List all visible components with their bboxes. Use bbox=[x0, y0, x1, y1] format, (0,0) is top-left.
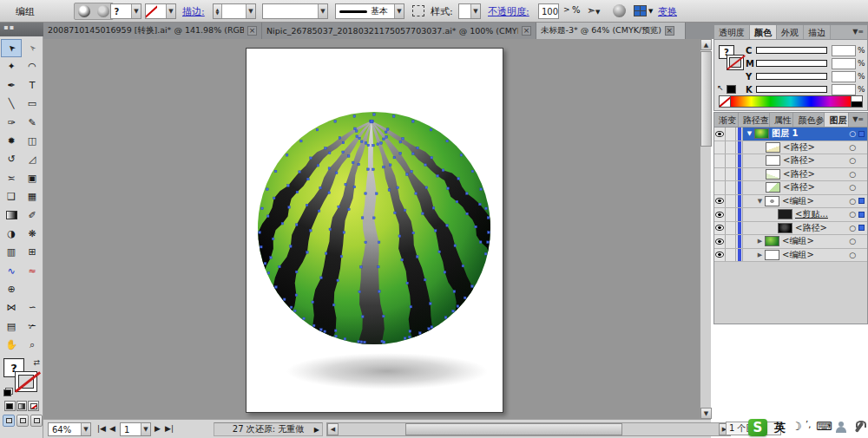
visibility-toggle[interactable] bbox=[714, 222, 726, 235]
layer-row[interactable]: <路径>○ bbox=[714, 141, 867, 155]
default-swatches-icon[interactable] bbox=[3, 389, 11, 396]
vertical-scrollbar[interactable]: ▲ ▼ bbox=[700, 39, 711, 419]
panel-tab-属性[interactable]: 属性 bbox=[770, 113, 794, 127]
spectrum-gradient[interactable] bbox=[731, 96, 851, 107]
scroll-down-icon[interactable]: ▼ bbox=[700, 408, 712, 419]
column-graph-tool[interactable]: ▥ bbox=[1, 243, 22, 261]
layer-row[interactable]: <路径>○ bbox=[714, 154, 867, 168]
target-circle-icon[interactable]: ○ bbox=[849, 251, 858, 259]
normal-screen-mode-button[interactable] bbox=[3, 415, 15, 427]
lock-toggle[interactable] bbox=[726, 208, 736, 221]
close-icon[interactable]: × bbox=[522, 26, 531, 36]
status-indicator[interactable]: 27 次还原: 无重做 ▶ bbox=[214, 422, 323, 436]
layer-row[interactable]: ▶<编组>○ bbox=[714, 249, 867, 263]
chevron-down-icon[interactable]: ▼ bbox=[131, 4, 141, 18]
panel-tab-颜色[interactable]: 颜色 bbox=[750, 25, 777, 39]
visibility-toggle[interactable] bbox=[714, 208, 726, 221]
artboard-tool[interactable]: ⊞ bbox=[22, 243, 43, 261]
pen-tool[interactable]: ✒ bbox=[1, 76, 22, 95]
recolor-artwork-icon[interactable] bbox=[412, 5, 424, 16]
opacity-link[interactable]: 不透明度: bbox=[488, 5, 529, 18]
expander-icon[interactable]: ▼ bbox=[755, 198, 765, 205]
stroke-weight-combo[interactable]: ▲▼ ▼ bbox=[213, 3, 256, 19]
opacity-stepper-icon[interactable]: > bbox=[563, 5, 570, 14]
palette-header[interactable]: ▪▪ bbox=[0, 23, 43, 36]
layer-row[interactable]: <路径>○ bbox=[714, 168, 867, 182]
lock-toggle[interactable] bbox=[726, 168, 736, 181]
layer-row[interactable]: ▼<编组>○ bbox=[714, 195, 867, 209]
chevron-down-icon[interactable]: ▼ bbox=[318, 4, 327, 18]
opacity-value-field[interactable]: 100 bbox=[538, 3, 559, 19]
target-circle-icon[interactable]: ○ bbox=[849, 143, 858, 152]
blend-tool[interactable]: ◑ bbox=[1, 225, 22, 243]
rectangle-tool[interactable]: ▭ bbox=[22, 95, 43, 113]
layer-row-main[interactable]: <路径>○ bbox=[743, 154, 867, 167]
direct-selection-tool[interactable]: ➢ bbox=[22, 39, 43, 57]
scale-tool[interactable]: ◿ bbox=[22, 150, 43, 168]
layer-row-main[interactable]: ▶<编组>○ bbox=[743, 235, 867, 248]
warp-tool[interactable]: ⋈ bbox=[1, 298, 22, 317]
expander-icon[interactable]: ▼ bbox=[745, 130, 754, 137]
target-circle-icon[interactable]: ○ bbox=[849, 237, 858, 245]
page-number-combo[interactable]: 1 ▼ bbox=[120, 422, 151, 436]
visibility-toggle[interactable] bbox=[714, 127, 726, 141]
visibility-toggle[interactable] bbox=[714, 195, 726, 208]
stroke-proxy-icon[interactable] bbox=[97, 5, 109, 17]
color-button[interactable] bbox=[4, 401, 16, 411]
free-transform-tool[interactable]: ▣ bbox=[22, 169, 43, 187]
chevron-down-icon[interactable]: ▼ bbox=[81, 423, 90, 435]
chevron-down-icon[interactable]: ▼ bbox=[648, 8, 653, 15]
visibility-toggle[interactable] bbox=[714, 154, 726, 167]
document-setup-icon[interactable] bbox=[613, 4, 626, 17]
shape-builder-tool[interactable]: ❑ bbox=[1, 187, 22, 206]
expander-icon[interactable]: ▶ bbox=[755, 252, 765, 258]
hand-tool[interactable]: ✋ bbox=[1, 336, 22, 354]
last-page-icon[interactable]: ▶| bbox=[165, 424, 174, 433]
knife-tool[interactable]: ✃ bbox=[22, 317, 43, 336]
keyboard-icon[interactable]: ⌨ bbox=[816, 420, 832, 433]
preferences-grid-icon[interactable] bbox=[634, 5, 647, 16]
empty-slot[interactable] bbox=[22, 280, 43, 298]
black-swatch[interactable] bbox=[727, 85, 736, 94]
horizontal-scroll-thumb[interactable] bbox=[405, 423, 622, 435]
visibility-toggle[interactable] bbox=[714, 141, 726, 154]
color-spectrum-bar[interactable] bbox=[719, 95, 863, 108]
lock-toggle[interactable] bbox=[726, 195, 736, 208]
expander-icon[interactable]: ▶ bbox=[755, 238, 765, 245]
last-color-arrow-icon[interactable]: ↖ bbox=[717, 83, 724, 92]
panel-tab-透明度[interactable]: 透明度 bbox=[714, 25, 750, 39]
target-circle-icon[interactable]: ○ bbox=[849, 197, 858, 206]
zoom-tool[interactable]: ⌕ bbox=[22, 336, 43, 354]
scroll-left-icon[interactable]: ◀ bbox=[327, 423, 339, 435]
lock-toggle[interactable] bbox=[726, 181, 736, 194]
fill-color-swatch[interactable]: ? bbox=[111, 4, 122, 18]
target-circle-icon[interactable]: ○ bbox=[849, 156, 858, 165]
scatter-graph-tool[interactable]: ≈ bbox=[22, 262, 43, 280]
language-indicator[interactable]: 英 bbox=[774, 420, 786, 435]
lock-toggle[interactable] bbox=[726, 127, 736, 141]
document-tab[interactable]: Nipic_26785037_20180321175057703037.ai* … bbox=[262, 23, 536, 39]
fullscreen-menu-mode-button[interactable] bbox=[16, 415, 29, 427]
swap-fill-stroke-icon[interactable]: ⇄ bbox=[33, 358, 40, 367]
eyedropper-tool[interactable]: ✐ bbox=[22, 206, 43, 225]
stepper-icon[interactable]: ▲▼ bbox=[214, 4, 222, 18]
layer-row-main[interactable]: ▼图层 1○ bbox=[743, 127, 867, 141]
fill-stroke-proxy[interactable]: ⇄ ? bbox=[3, 358, 40, 398]
sogou-input-icon[interactable]: S bbox=[748, 419, 767, 436]
chevron-down-icon[interactable]: ▼ bbox=[141, 423, 150, 435]
layer-row[interactable]: <路径>○ bbox=[714, 181, 867, 195]
visibility-toggle[interactable] bbox=[714, 181, 726, 194]
layer-row-main[interactable]: <路径>○ bbox=[743, 181, 867, 194]
transform-link[interactable]: 变换 bbox=[658, 5, 677, 18]
target-circle-icon[interactable]: ○ bbox=[849, 183, 858, 192]
target-circle-icon[interactable]: ○ bbox=[849, 224, 858, 232]
target-circle-icon[interactable]: ○ bbox=[849, 170, 858, 179]
panel-tab-颜色参[interactable]: 颜色参 bbox=[793, 113, 825, 127]
first-page-icon[interactable]: |◀ bbox=[97, 424, 106, 433]
isolate-selection-icon[interactable]: ➣▼ bbox=[587, 4, 604, 17]
layer-row-main[interactable]: ▼<编组>○ bbox=[743, 195, 867, 208]
layer-row-main[interactable]: <路径>○ bbox=[743, 168, 867, 181]
line-style-combo[interactable]: 基本 ▼ bbox=[335, 3, 404, 19]
line-graph-tool[interactable]: ∿ bbox=[1, 262, 22, 280]
symbol-sprayer-tool[interactable]: ❋ bbox=[22, 225, 43, 243]
